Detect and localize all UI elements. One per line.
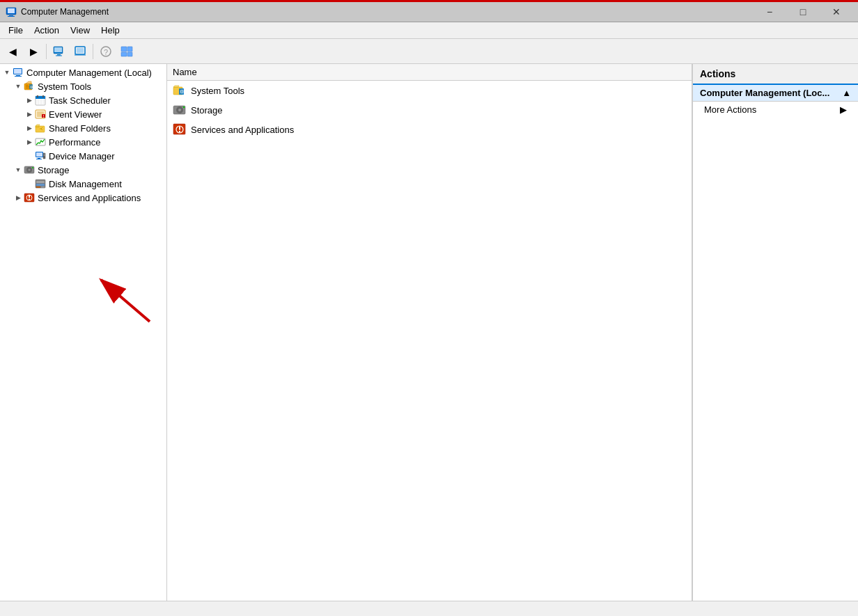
tree-item-eventviewer[interactable]: ▶ ! Event Viewer bbox=[0, 107, 166, 121]
menu-bar: File Action View Help bbox=[0, 22, 858, 39]
icon-diskmanagement bbox=[35, 178, 46, 189]
actions-section-arrow: ▲ bbox=[842, 88, 851, 98]
svg-rect-70 bbox=[29, 199, 30, 200]
content-panel: Name ⚙ System Tools bbox=[167, 64, 692, 601]
content-row-storage[interactable]: Storage bbox=[167, 100, 692, 120]
svg-rect-15 bbox=[121, 52, 127, 56]
icon-servicesapps bbox=[24, 192, 35, 203]
menu-view[interactable]: View bbox=[65, 24, 95, 37]
svg-rect-25 bbox=[26, 88, 29, 88]
svg-text:⚙: ⚙ bbox=[180, 89, 184, 94]
expand-taskscheduler[interactable]: ▶ bbox=[24, 95, 35, 106]
forward-button[interactable]: ▶ bbox=[24, 42, 43, 61]
svg-rect-63 bbox=[36, 181, 45, 183]
actions-item-label-more-actions: More Actions bbox=[704, 104, 756, 115]
svg-rect-13 bbox=[121, 47, 127, 52]
icon-eventviewer: ! bbox=[35, 109, 46, 120]
expand-performance[interactable]: ▶ bbox=[24, 136, 35, 148]
svg-rect-56 bbox=[44, 154, 45, 155]
main-container: ▼ Computer Management (Local) ▼ bbox=[0, 64, 858, 601]
tree-label-root: Computer Management (Local) bbox=[26, 68, 152, 78]
svg-rect-53 bbox=[38, 158, 40, 159]
toolbar-separator-1 bbox=[46, 44, 47, 59]
help-button[interactable]: ? bbox=[96, 42, 116, 61]
expand-root[interactable]: ▼ bbox=[1, 67, 13, 78]
svg-point-60 bbox=[29, 169, 31, 171]
expand-systemtools[interactable]: ▼ bbox=[13, 81, 24, 92]
actions-section-label: Computer Management (Loc... bbox=[700, 88, 829, 98]
content-label-systemtools: System Tools bbox=[191, 86, 244, 96]
content-icon-servicesapps bbox=[173, 123, 187, 136]
menu-action[interactable]: Action bbox=[29, 24, 65, 37]
svg-rect-69 bbox=[29, 195, 30, 198]
expand-eventviewer[interactable]: ▶ bbox=[24, 109, 35, 120]
close-button[interactable]: ✕ bbox=[820, 2, 852, 22]
svg-rect-66 bbox=[41, 187, 45, 188]
content-icon-storage bbox=[173, 103, 187, 117]
minimize-button[interactable]: − bbox=[754, 2, 786, 22]
content-label-servicesapps: Services and Applications bbox=[191, 125, 294, 135]
toolbar-btn-3[interactable] bbox=[117, 42, 136, 61]
status-bar bbox=[0, 601, 858, 616]
expand-storage[interactable]: ▼ bbox=[13, 164, 24, 175]
tree-label-storage: Storage bbox=[38, 165, 70, 175]
svg-marker-22 bbox=[26, 81, 31, 84]
svg-rect-20 bbox=[15, 76, 22, 77]
window-title: Computer Management bbox=[21, 7, 754, 17]
svg-rect-57 bbox=[44, 155, 45, 156]
tree-label-sharedfolders: Shared Folders bbox=[49, 123, 111, 134]
svg-point-61 bbox=[32, 167, 33, 168]
tree-item-devicemanager[interactable]: ▶ Device Manager bbox=[0, 149, 166, 163]
icon-performance bbox=[35, 136, 46, 148]
expand-servicesapps[interactable]: ▶ bbox=[13, 192, 24, 203]
svg-rect-1 bbox=[8, 8, 15, 13]
title-bar: Computer Management − □ ✕ bbox=[0, 0, 858, 22]
icon-taskscheduler bbox=[35, 95, 46, 106]
column-header-name: Name bbox=[173, 67, 686, 77]
svg-point-77 bbox=[178, 109, 181, 111]
svg-marker-46 bbox=[36, 125, 40, 126]
toolbar-btn-2[interactable] bbox=[70, 42, 90, 61]
tree-item-systemtools[interactable]: ▼ ⚙ System Tools bbox=[0, 79, 166, 93]
svg-rect-7 bbox=[56, 55, 62, 56]
back-button[interactable]: ◀ bbox=[3, 42, 22, 61]
window-controls: − □ ✕ bbox=[754, 2, 852, 22]
tree-item-diskmanagement[interactable]: ▶ Disk Management bbox=[0, 177, 166, 191]
icon-storage bbox=[24, 164, 35, 175]
svg-rect-82 bbox=[179, 131, 180, 133]
svg-rect-9 bbox=[77, 48, 84, 53]
actions-section-computer-management[interactable]: Computer Management (Loc... ▲ bbox=[693, 85, 858, 102]
tree-label-devicemanager: Device Manager bbox=[49, 151, 115, 161]
actions-item-more-actions[interactable]: More Actions ▶ bbox=[693, 102, 858, 118]
app-icon bbox=[6, 6, 17, 17]
icon-systemtools: ⚙ bbox=[24, 81, 35, 92]
tree-label-systemtools: System Tools bbox=[38, 81, 91, 92]
tree-item-sharedfolders[interactable]: ▶ Shared Folders bbox=[0, 121, 166, 135]
tree-label-diskmanagement: Disk Management bbox=[49, 179, 122, 189]
svg-rect-81 bbox=[179, 127, 180, 130]
actions-header: Actions bbox=[693, 64, 858, 85]
tree-item-root[interactable]: ▼ Computer Management (Local) bbox=[0, 65, 166, 79]
svg-rect-16 bbox=[127, 52, 132, 56]
toolbar: ◀ ▶ ? bbox=[0, 39, 858, 64]
svg-rect-30 bbox=[37, 95, 38, 97]
svg-rect-6 bbox=[57, 54, 61, 56]
content-row-servicesapps[interactable]: Services and Applications bbox=[167, 120, 692, 139]
content-row-systemtools[interactable]: ⚙ System Tools bbox=[167, 81, 692, 100]
tree-label-eventviewer: Event Viewer bbox=[49, 109, 102, 120]
content-icon-systemtools: ⚙ bbox=[173, 84, 187, 97]
tree-item-storage[interactable]: ▼ Storage bbox=[0, 163, 166, 177]
svg-text:?: ? bbox=[104, 48, 108, 56]
tree-item-taskscheduler[interactable]: ▶ Task Scheduler bbox=[0, 93, 166, 107]
svg-point-78 bbox=[183, 106, 185, 108]
toolbar-btn-1[interactable] bbox=[49, 42, 69, 61]
tree-item-performance[interactable]: ▶ Performance bbox=[0, 135, 166, 149]
svg-rect-64 bbox=[36, 184, 45, 186]
maximize-button[interactable]: □ bbox=[787, 2, 819, 22]
icon-computer bbox=[13, 67, 24, 78]
menu-help[interactable]: Help bbox=[95, 24, 125, 37]
tree-item-servicesapps[interactable]: ▶ Services and Applications bbox=[0, 191, 166, 205]
expand-sharedfolders[interactable]: ▶ bbox=[24, 123, 35, 134]
menu-file[interactable]: File bbox=[3, 24, 29, 37]
toolbar-separator-2 bbox=[93, 44, 93, 59]
